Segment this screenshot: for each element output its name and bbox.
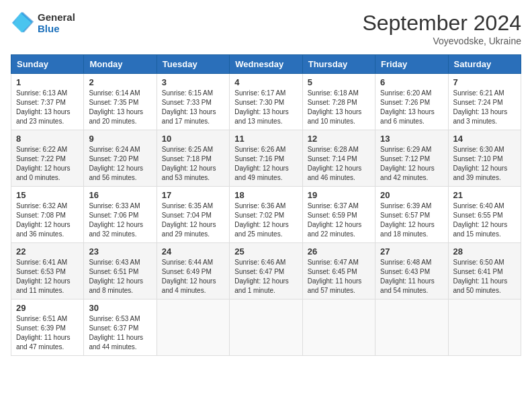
calendar-cell: 16Sunrise: 6:33 AMSunset: 7:06 PMDayligh… — [84, 187, 157, 243]
calendar-cell — [375, 300, 448, 356]
calendar-cell: 14Sunrise: 6:30 AMSunset: 7:10 PMDayligh… — [448, 130, 521, 187]
day-info: Sunrise: 6:20 AMSunset: 7:26 PMDaylight:… — [380, 89, 443, 126]
day-number: 6 — [380, 77, 443, 87]
calendar-cell: 4Sunrise: 6:17 AMSunset: 7:30 PMDaylight… — [230, 74, 302, 130]
day-number: 21 — [453, 190, 516, 200]
day-info: Sunrise: 6:14 AMSunset: 7:35 PMDaylight:… — [89, 89, 151, 126]
day-number: 9 — [89, 134, 151, 144]
day-number: 17 — [162, 190, 224, 200]
day-info: Sunrise: 6:47 AMSunset: 6:45 PMDaylight:… — [308, 258, 370, 295]
day-number: 8 — [16, 134, 79, 144]
calendar-cell — [302, 300, 375, 356]
calendar-cell: 29Sunrise: 6:51 AMSunset: 6:39 PMDayligh… — [11, 300, 84, 356]
day-info: Sunrise: 6:37 AMSunset: 6:59 PMDaylight:… — [308, 201, 370, 239]
day-info: Sunrise: 6:41 AMSunset: 6:53 PMDaylight:… — [16, 258, 79, 295]
calendar-cell: 15Sunrise: 6:32 AMSunset: 7:08 PMDayligh… — [11, 187, 84, 243]
col-header-sunday: Sunday — [11, 55, 84, 74]
calendar-cell: 26Sunrise: 6:47 AMSunset: 6:45 PMDayligh… — [302, 243, 375, 300]
calendar-cell — [448, 300, 521, 356]
calendar-cell: 21Sunrise: 6:40 AMSunset: 6:55 PMDayligh… — [448, 187, 521, 243]
day-number: 3 — [162, 77, 224, 87]
day-number: 19 — [308, 190, 370, 200]
col-header-thursday: Thursday — [302, 55, 375, 74]
day-number: 29 — [16, 303, 79, 313]
day-info: Sunrise: 6:15 AMSunset: 7:33 PMDaylight:… — [162, 89, 224, 126]
calendar-cell: 24Sunrise: 6:44 AMSunset: 6:49 PMDayligh… — [157, 243, 229, 300]
page-header: General Blue September 2024 Voyevodske, … — [11, 11, 521, 46]
title-block: September 2024 Voyevodske, Ukraine — [362, 11, 521, 46]
calendar-week-row: 1Sunrise: 6:13 AMSunset: 7:37 PMDaylight… — [11, 74, 521, 130]
day-number: 13 — [380, 134, 443, 144]
calendar-cell — [157, 300, 229, 356]
calendar-cell: 7Sunrise: 6:21 AMSunset: 7:24 PMDaylight… — [448, 74, 521, 130]
calendar-cell: 30Sunrise: 6:53 AMSunset: 6:37 PMDayligh… — [84, 300, 157, 356]
calendar-week-row: 29Sunrise: 6:51 AMSunset: 6:39 PMDayligh… — [11, 300, 521, 356]
calendar-header-row: SundayMondayTuesdayWednesdayThursdayFrid… — [11, 55, 521, 74]
day-number: 7 — [453, 77, 516, 87]
col-header-monday: Monday — [84, 55, 157, 74]
day-info: Sunrise: 6:33 AMSunset: 7:06 PMDaylight:… — [89, 201, 151, 239]
col-header-wednesday: Wednesday — [230, 55, 302, 74]
day-info: Sunrise: 6:30 AMSunset: 7:10 PMDaylight:… — [453, 145, 516, 183]
calendar-cell: 27Sunrise: 6:48 AMSunset: 6:43 PMDayligh… — [375, 243, 448, 300]
calendar-cell: 1Sunrise: 6:13 AMSunset: 7:37 PMDaylight… — [11, 74, 84, 130]
calendar-cell: 5Sunrise: 6:18 AMSunset: 7:28 PMDaylight… — [302, 74, 375, 130]
col-header-tuesday: Tuesday — [157, 55, 229, 74]
day-info: Sunrise: 6:25 AMSunset: 7:18 PMDaylight:… — [162, 145, 224, 183]
col-header-saturday: Saturday — [448, 55, 521, 74]
logo-icon — [11, 11, 35, 35]
day-number: 12 — [308, 134, 370, 144]
svg-marker-3 — [13, 13, 32, 33]
calendar-cell: 12Sunrise: 6:28 AMSunset: 7:14 PMDayligh… — [302, 130, 375, 187]
day-number: 15 — [16, 190, 79, 200]
col-header-friday: Friday — [375, 55, 448, 74]
day-number: 16 — [89, 190, 151, 200]
day-number: 25 — [234, 246, 297, 257]
day-info: Sunrise: 6:46 AMSunset: 6:47 PMDaylight:… — [234, 258, 297, 295]
day-info: Sunrise: 6:50 AMSunset: 6:41 PMDaylight:… — [453, 258, 516, 295]
calendar-table: SundayMondayTuesdayWednesdayThursdayFrid… — [11, 54, 521, 356]
calendar-cell: 20Sunrise: 6:39 AMSunset: 6:57 PMDayligh… — [375, 187, 448, 243]
calendar-cell: 2Sunrise: 6:14 AMSunset: 7:35 PMDaylight… — [84, 74, 157, 130]
day-number: 20 — [380, 190, 443, 200]
day-number: 14 — [453, 134, 516, 144]
day-info: Sunrise: 6:32 AMSunset: 7:08 PMDaylight:… — [16, 201, 79, 239]
day-info: Sunrise: 6:36 AMSunset: 7:02 PMDaylight:… — [234, 201, 297, 239]
day-info: Sunrise: 6:22 AMSunset: 7:22 PMDaylight:… — [16, 145, 79, 183]
calendar-cell: 11Sunrise: 6:26 AMSunset: 7:16 PMDayligh… — [230, 130, 302, 187]
calendar-cell: 23Sunrise: 6:43 AMSunset: 6:51 PMDayligh… — [84, 243, 157, 300]
day-info: Sunrise: 6:28 AMSunset: 7:14 PMDaylight:… — [308, 145, 370, 183]
day-number: 23 — [89, 246, 151, 257]
logo: General Blue — [11, 11, 75, 35]
day-number: 4 — [234, 77, 297, 87]
day-info: Sunrise: 6:26 AMSunset: 7:16 PMDaylight:… — [234, 145, 297, 183]
day-number: 27 — [380, 246, 443, 257]
day-info: Sunrise: 6:24 AMSunset: 7:20 PMDaylight:… — [89, 145, 151, 183]
day-number: 18 — [234, 190, 297, 200]
day-number: 10 — [162, 134, 224, 144]
calendar-cell: 19Sunrise: 6:37 AMSunset: 6:59 PMDayligh… — [302, 187, 375, 243]
calendar-week-row: 15Sunrise: 6:32 AMSunset: 7:08 PMDayligh… — [11, 187, 521, 243]
calendar-cell: 17Sunrise: 6:35 AMSunset: 7:04 PMDayligh… — [157, 187, 229, 243]
day-info: Sunrise: 6:29 AMSunset: 7:12 PMDaylight:… — [380, 145, 443, 183]
day-info: Sunrise: 6:48 AMSunset: 6:43 PMDaylight:… — [380, 258, 443, 295]
day-number: 2 — [89, 77, 151, 87]
calendar-cell: 28Sunrise: 6:50 AMSunset: 6:41 PMDayligh… — [448, 243, 521, 300]
day-number: 1 — [16, 77, 79, 87]
calendar-cell: 3Sunrise: 6:15 AMSunset: 7:33 PMDaylight… — [157, 74, 229, 130]
calendar-cell: 8Sunrise: 6:22 AMSunset: 7:22 PMDaylight… — [11, 130, 84, 187]
day-number: 5 — [308, 77, 370, 87]
day-number: 22 — [16, 246, 79, 257]
day-number: 24 — [162, 246, 224, 257]
calendar-cell: 13Sunrise: 6:29 AMSunset: 7:12 PMDayligh… — [375, 130, 448, 187]
logo-text: General Blue — [38, 11, 75, 34]
calendar-week-row: 22Sunrise: 6:41 AMSunset: 6:53 PMDayligh… — [11, 243, 521, 300]
day-info: Sunrise: 6:35 AMSunset: 7:04 PMDaylight:… — [162, 201, 224, 239]
day-info: Sunrise: 6:17 AMSunset: 7:30 PMDaylight:… — [234, 89, 297, 126]
calendar-cell: 18Sunrise: 6:36 AMSunset: 7:02 PMDayligh… — [230, 187, 302, 243]
month-title: September 2024 — [362, 11, 521, 36]
day-info: Sunrise: 6:43 AMSunset: 6:51 PMDaylight:… — [89, 258, 151, 295]
day-number: 26 — [308, 246, 370, 257]
day-info: Sunrise: 6:44 AMSunset: 6:49 PMDaylight:… — [162, 258, 224, 295]
day-number: 11 — [234, 134, 297, 144]
